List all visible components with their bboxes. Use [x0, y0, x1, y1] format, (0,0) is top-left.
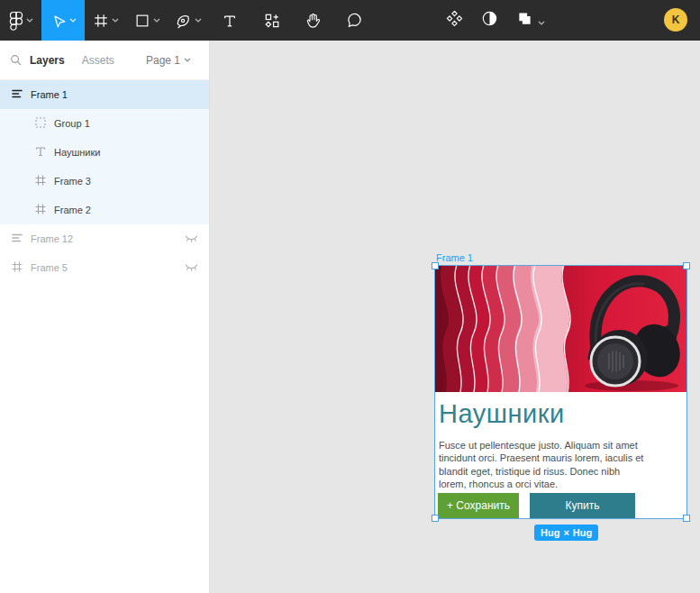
layers-panel: Layers Assets Page 1 Frame 1 Group 1: [0, 41, 210, 593]
card-buttons: + Сохранить Купить: [438, 493, 635, 518]
card-title[interactable]: Наушники: [439, 399, 565, 429]
four-diamonds-icon: [445, 9, 464, 32]
layer-row-frame-3[interactable]: Frame 3: [0, 167, 209, 196]
half-moon-icon: [480, 9, 499, 32]
comment-tool-button[interactable]: [333, 0, 375, 41]
selection-actions: [445, 0, 545, 41]
tab-assets[interactable]: Assets: [82, 54, 114, 67]
move-tool-button[interactable]: [41, 0, 85, 41]
layer-name: Frame 12: [31, 233, 73, 244]
hug-width-label: Hug: [541, 527, 559, 538]
layer-name: Frame 1: [31, 89, 68, 100]
layer-name: Наушники: [54, 147, 100, 158]
buy-button[interactable]: Купить: [530, 493, 635, 518]
layer-row-frame-1[interactable]: Frame 1: [0, 80, 209, 109]
selection-handle-top-left[interactable]: [432, 262, 439, 269]
overlapping-squares-icon: [515, 9, 534, 32]
rectangle-icon: [134, 13, 150, 29]
pen-tool-button[interactable]: [168, 0, 209, 41]
hug-size-badge[interactable]: Hug × Hug: [534, 525, 598, 541]
layer-name: Group 1: [54, 118, 90, 129]
layer-name: Frame 5: [31, 262, 68, 273]
page-selector-label: Page 1: [146, 54, 180, 67]
chevron-down-icon: [112, 18, 119, 23]
size-separator: ×: [563, 527, 568, 538]
use-as-mask-button[interactable]: [480, 9, 499, 32]
cursor-arrow-icon: [50, 13, 67, 29]
frame-tool-button[interactable]: [85, 0, 126, 41]
frame-name-label[interactable]: Frame 1: [436, 252, 473, 263]
hand-tool-button[interactable]: [292, 0, 333, 41]
layer-name: Frame 2: [54, 205, 91, 215]
selection-handle-bottom-right[interactable]: [683, 515, 690, 522]
chevron-down-icon: [26, 18, 33, 23]
user-avatar[interactable]: K: [664, 8, 687, 32]
figma-logo-icon: [9, 11, 23, 31]
layer-name: Frame 3: [54, 176, 91, 187]
hidden-eye-icon[interactable]: [185, 233, 198, 245]
layer-list: Frame 1 Group 1 Наушники: [0, 80, 209, 282]
design-canvas[interactable]: Frame 1: [210, 41, 700, 593]
chevron-down-icon: [195, 18, 202, 23]
chevron-down-icon: [184, 58, 191, 62]
frame-hash-icon: [93, 13, 109, 29]
tab-layers[interactable]: Layers: [30, 54, 65, 67]
boolean-groups-button[interactable]: [515, 9, 545, 32]
selected-frame-card[interactable]: Наушники Fusce ut pellentesque justo. Al…: [435, 266, 686, 518]
hidden-eye-icon[interactable]: [185, 262, 198, 274]
layer-row-frame-5[interactable]: Frame 5: [0, 253, 209, 282]
main-menu-button[interactable]: [0, 0, 41, 41]
group-icon: [34, 116, 47, 131]
card-body-text[interactable]: Fusce ut pellentesque justo. Aliquam sit…: [439, 439, 650, 490]
layer-row-group-1[interactable]: Group 1: [0, 109, 209, 138]
create-component-button[interactable]: [445, 9, 464, 32]
frame-layer-icon: [34, 174, 47, 188]
frame-layer-icon: [11, 260, 23, 275]
chevron-down-icon: [538, 13, 545, 29]
headphones-banner-graphic: [435, 266, 686, 392]
selection-handle-bottom-left[interactable]: [432, 515, 439, 522]
card-image[interactable]: [435, 266, 686, 392]
layer-row-frame-12[interactable]: Frame 12: [0, 224, 209, 253]
hug-height-label: Hug: [573, 527, 592, 538]
resources-tool-button[interactable]: [250, 0, 292, 41]
speech-bubble-icon: [346, 12, 363, 29]
auto-layout-frame-icon: [11, 87, 23, 102]
hand-icon: [305, 12, 322, 29]
text-layer-icon: [34, 145, 47, 160]
page-selector[interactable]: Page 1: [146, 54, 191, 67]
chevron-down-icon: [69, 18, 77, 23]
chevron-down-icon: [153, 18, 160, 23]
shape-tool-button[interactable]: [126, 0, 168, 41]
auto-layout-frame-icon: [11, 232, 23, 246]
panel-header: Layers Assets Page 1: [0, 41, 209, 80]
letter-T-icon: [222, 13, 238, 29]
pen-nib-icon: [175, 12, 192, 29]
text-tool-button[interactable]: [209, 0, 250, 41]
layer-row-frame-2[interactable]: Frame 2: [0, 196, 209, 224]
frame-layer-icon: [34, 203, 47, 217]
shapes-plus-icon: [263, 12, 280, 29]
save-button[interactable]: + Сохранить: [438, 493, 519, 518]
selection-handle-top-right[interactable]: [683, 262, 690, 269]
top-toolbar: K: [0, 0, 700, 41]
layer-row-text-naushniki[interactable]: Наушники: [0, 138, 209, 167]
search-icon[interactable]: [10, 54, 22, 68]
